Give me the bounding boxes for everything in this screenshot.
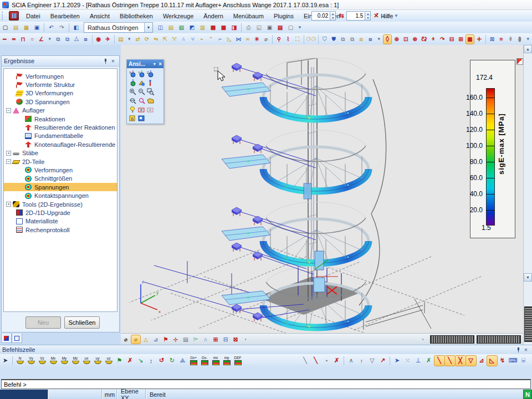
view-y-icon[interactable]: Y: [137, 70, 146, 78]
preview-icon[interactable]: ◱: [254, 23, 264, 32]
tree-item[interactable]: +Tools (2D-Ergebnisse): [4, 200, 117, 208]
snap-end-icon[interactable]: ╲: [445, 356, 455, 366]
zoom-window-icon[interactable]: [146, 88, 155, 96]
vertical-scrollbar[interactable]: ▲ ▼: [523, 45, 532, 345]
pan-scrubber[interactable]: [430, 335, 474, 344]
tree-item[interactable]: 3D Spannungen: [4, 98, 117, 106]
save-icon[interactable]: ▣: [32, 23, 42, 32]
mesh-view-icon[interactable]: ⊠: [488, 35, 497, 44]
rotate-scrubber[interactable]: [477, 335, 521, 344]
project-combo[interactable]: Rathaus Östringen ▼: [84, 22, 153, 33]
fillet-icon[interactable]: ⌐: [216, 35, 224, 44]
tree-item[interactable]: Resultierende der Reaktionen: [4, 123, 117, 131]
snap-line-icon[interactable]: ╲: [300, 356, 310, 366]
snap-plane-icon[interactable]: ▽: [367, 356, 377, 366]
camera-icon[interactable]: ⌗: [497, 35, 505, 44]
stress-mx-icon[interactable]: mx: [211, 356, 221, 366]
new-file-icon[interactable]: ▢: [1, 23, 10, 32]
surface-icon[interactable]: ⊿: [151, 335, 160, 344]
node-labels-icon[interactable]: ⊹: [171, 335, 180, 344]
tree-item[interactable]: Knotenauflager-Resultierende: [4, 140, 117, 149]
selection-icon[interactable]: ◩: [187, 23, 197, 32]
select-pointer-icon[interactable]: ➤: [1, 356, 11, 366]
zoom-in-icon[interactable]: [129, 88, 137, 96]
snap-endpoint-icon[interactable]: ╲: [311, 356, 321, 366]
chevron-down-icon[interactable]: ▼: [152, 62, 156, 66]
result-section-icon[interactable]: ⊡: [402, 35, 410, 44]
open-file-icon[interactable]: ▤: [11, 23, 21, 32]
legend-pin-icon[interactable]: [516, 58, 523, 65]
render-light-icon[interactable]: [129, 105, 137, 114]
quickbar-overflow-icon[interactable]: ▼: [392, 13, 400, 18]
join-icon[interactable]: ⌃: [207, 35, 216, 44]
mirror-icon[interactable]: ⇋: [152, 35, 160, 44]
result-lock-icon[interactable]: 🮯: [429, 35, 437, 44]
view-toolbar-header[interactable]: Ansi... ▼ ×: [127, 60, 163, 68]
dot-grid-icon[interactable]: ⁙: [403, 356, 413, 366]
draw-line-icon[interactable]: ━: [1, 35, 9, 44]
tree-item[interactable]: Materialliste: [4, 217, 117, 226]
result-display-icon[interactable]: 🮮: [383, 35, 392, 44]
line-grid-icon[interactable]: ⊥: [413, 356, 423, 366]
result-settings-icon[interactable]: ▦: [466, 35, 474, 44]
surface-tools-icon[interactable]: ⛶: [293, 35, 301, 44]
draw-parallel-icon[interactable]: ≖: [10, 35, 18, 44]
view-x-icon[interactable]: X: [129, 70, 137, 78]
result-mz-icon[interactable]: Mz: [70, 356, 81, 366]
grid-display-icon[interactable]: ⊠: [231, 335, 240, 344]
rotate-cw-icon[interactable]: ↻: [167, 356, 177, 366]
menu-bibliotheken[interactable]: Bibliotheken: [115, 12, 158, 21]
result-ux-icon[interactable]: ux: [81, 356, 92, 366]
rename-icon[interactable]: ⛊: [330, 35, 338, 44]
save-all-icon[interactable]: ▦: [22, 23, 31, 32]
expand-icon[interactable]: +: [6, 202, 11, 207]
stretch-icon[interactable]: ⇱: [161, 35, 170, 44]
3d-viewport[interactable]: z y x Ansi... ▼ × X Y Z: [121, 45, 523, 345]
snap-off-icon[interactable]: ✗: [424, 356, 434, 366]
result-cut-icon[interactable]: ⊟: [448, 35, 456, 44]
draw-angle-icon[interactable]: ∠: [37, 35, 45, 44]
result-uz-icon[interactable]: uz: [104, 356, 114, 366]
result-export-icon[interactable]: ⊞: [457, 35, 465, 44]
calculator-icon[interactable]: ▣: [265, 23, 274, 32]
tree-item[interactable]: Verformungen: [4, 72, 117, 80]
fast-draw-icon[interactable]: ✈: [104, 35, 112, 44]
tree-item[interactable]: Rechenprotokoll: [4, 226, 117, 234]
explode-icon[interactable]: ✳: [253, 35, 261, 44]
toolbar-overflow-icon[interactable]: ▼: [125, 37, 133, 42]
stress-gxm-icon[interactable]: Gx-: [200, 356, 210, 366]
window-layout-icon[interactable]: ◧: [71, 23, 81, 32]
pin-icon[interactable]: [514, 346, 522, 354]
command-input[interactable]: Befehl >: [1, 379, 531, 389]
clip-box-icon[interactable]: 🮻: [507, 35, 515, 44]
result-flag-icon[interactable]: ⚑: [115, 356, 125, 366]
spinner-arrows-icon[interactable]: ▲▼: [365, 12, 370, 20]
document-icon[interactable]: ▤: [275, 23, 285, 32]
tree-item[interactable]: +Stäbe: [4, 149, 117, 157]
snap-vertical-icon[interactable]: ↑: [357, 356, 367, 366]
keyboard-input-icon[interactable]: ⌨: [508, 356, 518, 366]
open-group-icon[interactable]: ▤: [117, 35, 125, 44]
draw-circle-icon[interactable]: ○: [28, 35, 37, 44]
result-curve-icon[interactable]: ↷: [438, 35, 447, 44]
snap-vector-icon[interactable]: ↗: [378, 356, 388, 366]
undo-icon[interactable]: ↶: [47, 23, 56, 32]
user-blocks-icon[interactable]: ⧈: [357, 35, 366, 44]
chamfer-icon[interactable]: ◺: [226, 35, 234, 44]
extend-icon[interactable]: ⑂: [188, 35, 197, 44]
zoom-out-icon[interactable]: [137, 88, 146, 96]
supports-display-icon[interactable]: ⑃: [201, 335, 210, 344]
result-mx-icon[interactable]: Mx: [48, 356, 59, 366]
view-walk-icon[interactable]: [146, 79, 155, 87]
combo-dropdown-icon[interactable]: ▼: [144, 23, 152, 32]
scroll-down-icon[interactable]: ▼: [524, 273, 532, 282]
scale-toggle-icon[interactable]: ⇆: [337, 12, 345, 19]
view-perspective-icon[interactable]: [137, 79, 146, 87]
calc-mesh-icon[interactable]: ▩: [208, 23, 218, 32]
snap-circle-icon[interactable]: ◔: [321, 356, 331, 366]
tree-item[interactable]: Reaktionen: [4, 115, 117, 123]
copy-icon[interactable]: ⧉: [54, 35, 63, 44]
snap-midpoint-icon[interactable]: ╲: [434, 356, 444, 366]
menu-ansicht[interactable]: Ansicht: [85, 12, 115, 21]
mesh-display-icon[interactable]: ⊟: [221, 335, 230, 344]
